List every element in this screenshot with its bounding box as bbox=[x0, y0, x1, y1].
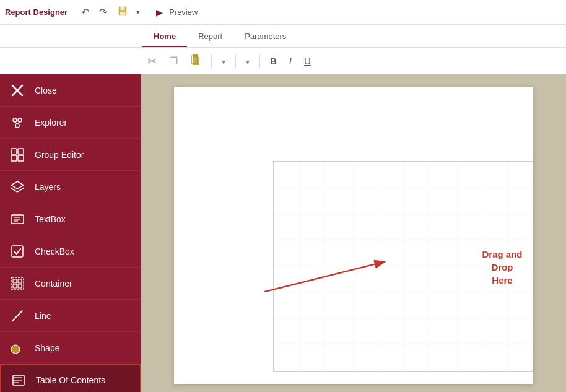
main-layout: Close Explorer Group Editor Layers bbox=[0, 74, 566, 392]
font-dropdown-button[interactable]: ▾ bbox=[217, 53, 230, 69]
sidebar-item-layers-label: Layers bbox=[35, 182, 61, 192]
svg-rect-1 bbox=[121, 6, 125, 9]
underline-button[interactable]: U bbox=[299, 53, 316, 69]
close-icon bbox=[9, 82, 26, 99]
sidebar-item-table-of-contents[interactable]: Table Of Contents bbox=[0, 364, 141, 392]
sidebar-item-layers[interactable]: Layers bbox=[0, 171, 141, 203]
sep-format-1 bbox=[211, 54, 212, 69]
tab-bar: Home Report Parameters bbox=[0, 25, 566, 48]
svg-rect-26 bbox=[13, 284, 17, 288]
save-dropdown-button[interactable]: ▾ bbox=[134, 7, 142, 17]
sidebar-item-toc-label: Table Of Contents bbox=[36, 375, 105, 385]
canvas-area: Drag and Drop Here bbox=[141, 74, 566, 392]
paste-button[interactable] bbox=[185, 51, 206, 71]
container-icon bbox=[9, 275, 26, 292]
italic-button[interactable]: I bbox=[284, 53, 297, 69]
sidebar-item-explorer[interactable]: Explorer bbox=[0, 107, 141, 139]
tab-home[interactable]: Home bbox=[142, 27, 187, 47]
drag-drop-label: Drag and Drop Here bbox=[471, 248, 533, 287]
format-toolbar: ✂ ❐ ▾ ▾ B I U bbox=[0, 48, 566, 74]
sidebar-item-close[interactable]: Close bbox=[0, 74, 141, 107]
size-dropdown-button[interactable]: ▾ bbox=[241, 53, 255, 69]
sidebar-item-shape[interactable]: Shape bbox=[0, 332, 141, 364]
svg-line-12 bbox=[17, 122, 20, 124]
tab-parameters[interactable]: Parameters bbox=[233, 27, 297, 47]
svg-rect-24 bbox=[13, 279, 17, 283]
sidebar-item-checkbox-label: CheckBox bbox=[35, 246, 74, 256]
svg-rect-25 bbox=[18, 279, 22, 283]
cut-button[interactable]: ✂ bbox=[142, 52, 162, 71]
svg-rect-15 bbox=[11, 155, 17, 161]
sidebar-item-container[interactable]: Container bbox=[0, 268, 141, 300]
sidebar-item-group-editor-label: Group Editor bbox=[35, 150, 84, 160]
preview-play-button[interactable]: ▶ bbox=[152, 5, 167, 20]
svg-rect-22 bbox=[12, 246, 23, 257]
top-toolbar: Report Designer ↶ ↷ ▾ ▶ Preview bbox=[0, 0, 566, 25]
undo-button[interactable]: ↶ bbox=[77, 4, 93, 20]
sidebar-item-textbox[interactable]: TextBox bbox=[0, 203, 141, 235]
sidebar-item-line-label: Line bbox=[35, 311, 51, 321]
bold-button[interactable]: B bbox=[265, 53, 282, 69]
line-icon bbox=[9, 307, 26, 324]
sidebar-item-shape-label: Shape bbox=[35, 343, 59, 353]
svg-line-11 bbox=[15, 122, 17, 124]
sep-format-3 bbox=[259, 54, 260, 69]
sidebar-item-line[interactable]: Line bbox=[0, 300, 141, 332]
svg-point-10 bbox=[15, 124, 19, 128]
shape-icon bbox=[9, 339, 26, 357]
sidebar-item-textbox-label: TextBox bbox=[35, 214, 66, 224]
sidebar-item-group-editor[interactable]: Group Editor bbox=[0, 139, 141, 171]
group-editor-icon bbox=[9, 146, 26, 163]
explorer-icon bbox=[9, 114, 26, 131]
sidebar-item-checkbox[interactable]: CheckBox bbox=[0, 235, 141, 268]
tab-report[interactable]: Report bbox=[187, 27, 233, 47]
sep-format-2 bbox=[235, 54, 236, 69]
svg-rect-14 bbox=[18, 149, 24, 154]
sidebar: Close Explorer Group Editor Layers bbox=[0, 74, 141, 392]
textbox-icon bbox=[9, 211, 26, 228]
svg-rect-16 bbox=[18, 155, 24, 161]
svg-line-28 bbox=[12, 311, 22, 321]
svg-rect-13 bbox=[11, 149, 17, 154]
checkbox-icon bbox=[9, 243, 26, 260]
svg-rect-27 bbox=[18, 284, 22, 288]
sep1 bbox=[147, 5, 147, 20]
svg-point-8 bbox=[13, 118, 17, 122]
redo-button[interactable]: ↷ bbox=[95, 4, 111, 20]
layers-icon bbox=[9, 178, 26, 196]
svg-rect-2 bbox=[120, 11, 126, 14]
save-button[interactable] bbox=[113, 3, 132, 22]
sidebar-item-close-label: Close bbox=[35, 85, 57, 95]
svg-marker-17 bbox=[11, 181, 24, 189]
app-title: Report Designer bbox=[5, 7, 67, 17]
toc-icon bbox=[10, 372, 27, 389]
copy-button[interactable]: ❐ bbox=[164, 53, 183, 69]
sidebar-item-explorer-label: Explorer bbox=[35, 118, 67, 128]
preview-label: Preview bbox=[169, 7, 198, 17]
svg-point-9 bbox=[18, 118, 22, 122]
page: Drag and Drop Here bbox=[174, 87, 533, 384]
sidebar-item-container-label: Container bbox=[35, 279, 72, 289]
